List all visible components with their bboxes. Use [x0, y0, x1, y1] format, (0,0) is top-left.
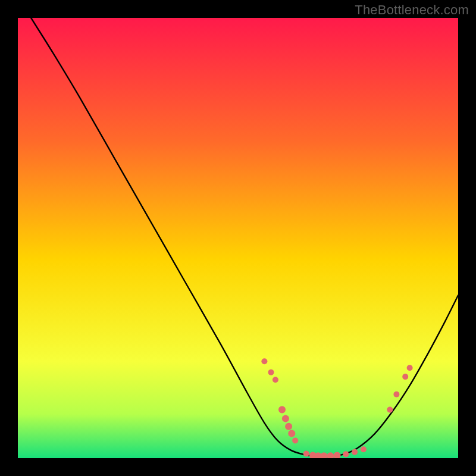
data-marker [268, 369, 274, 375]
gradient-background [18, 18, 458, 458]
bottleneck-chart [18, 18, 458, 458]
data-marker [282, 415, 289, 422]
data-marker [261, 358, 267, 364]
watermark-text: TheBottleneck.com [355, 2, 469, 18]
chart-frame [18, 18, 458, 458]
data-marker [352, 449, 358, 455]
data-marker [303, 451, 309, 457]
data-marker [387, 407, 393, 413]
data-marker [285, 423, 292, 430]
data-marker [361, 446, 367, 452]
data-marker [393, 392, 399, 397]
data-marker [343, 451, 349, 457]
data-marker [292, 437, 298, 443]
data-marker [402, 374, 408, 380]
data-marker [278, 406, 286, 414]
data-marker [273, 377, 278, 383]
data-marker [288, 430, 295, 437]
data-marker [407, 365, 413, 371]
